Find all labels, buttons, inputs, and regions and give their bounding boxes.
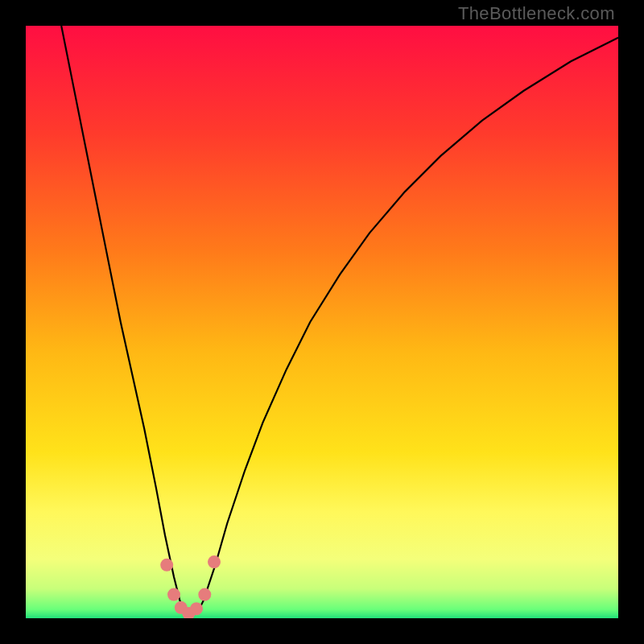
plot-area xyxy=(26,26,618,618)
bottleneck-curve xyxy=(61,26,618,615)
curve-marker xyxy=(160,559,173,572)
marker-group xyxy=(160,555,221,618)
chart-frame: TheBottleneck.com xyxy=(0,0,644,644)
curve-marker xyxy=(190,602,203,615)
watermark-text: TheBottleneck.com xyxy=(458,3,615,24)
curve-marker xyxy=(167,588,180,601)
curve-marker xyxy=(208,555,221,568)
curve-svg xyxy=(26,26,618,618)
curve-marker xyxy=(198,588,211,601)
